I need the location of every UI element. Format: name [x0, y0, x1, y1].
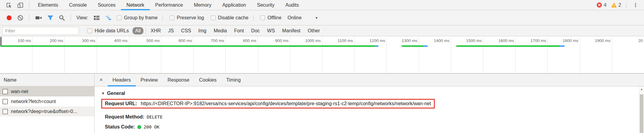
- filter-type-ws[interactable]: WS: [264, 27, 278, 34]
- chevron-down-icon[interactable]: ▼: [315, 16, 318, 20]
- tab-preview[interactable]: Preview: [136, 74, 163, 86]
- tab-elements[interactable]: Elements: [32, 0, 64, 10]
- network-filter-bar: Hide data URLs All XHR JS CSS Img Media …: [0, 25, 644, 36]
- warning-icon: [611, 2, 617, 8]
- error-icon: [596, 2, 602, 8]
- filter-type-js[interactable]: JS: [166, 27, 177, 34]
- divider: [163, 15, 163, 21]
- network-overview-bar-tip: [559, 45, 565, 47]
- hide-data-urls-checkbox[interactable]: [87, 28, 92, 33]
- devtools-window: Elements Console Sources Network Perform…: [0, 0, 644, 133]
- record-button[interactable]: [7, 15, 12, 20]
- group-by-frame-checkbox[interactable]: [117, 15, 122, 20]
- filter-input[interactable]: [2, 27, 79, 35]
- tab-cookies[interactable]: Cookies: [194, 74, 222, 86]
- request-row-wan-net[interactable]: wan-net: [0, 86, 94, 96]
- filter-type-all[interactable]: All: [132, 27, 143, 34]
- network-bottom-split: Name wan-net network?fetch=count network…: [0, 73, 644, 133]
- network-overview-bar: [1, 45, 378, 47]
- network-overview-bar: [402, 45, 428, 47]
- tab-application[interactable]: Application: [217, 0, 251, 10]
- row-checkbox[interactable]: [2, 99, 8, 104]
- tab-performance[interactable]: Performance: [150, 0, 189, 10]
- row-checkbox[interactable]: [2, 109, 8, 114]
- tab-headers[interactable]: Headers: [108, 74, 136, 86]
- tab-memory[interactable]: Memory: [188, 0, 217, 10]
- scroll-up-icon[interactable]: ▲: [639, 86, 644, 92]
- timeline-tick-label: 200 ms: [50, 38, 63, 43]
- tab-timing[interactable]: Timing: [221, 74, 245, 86]
- large-rows-icon[interactable]: [91, 15, 103, 21]
- timeline-gridline: [580, 36, 580, 73]
- details-scrollbar[interactable]: ▲: [639, 86, 644, 133]
- search-icon[interactable]: [56, 15, 68, 21]
- timeline-tick-label: 20: [638, 38, 643, 43]
- timeline-gridline: [419, 36, 419, 73]
- tab-audits[interactable]: Audits: [280, 0, 304, 10]
- tabbar-right: 4 2: [596, 2, 644, 8]
- inspect-element-icon[interactable]: [3, 2, 15, 8]
- status-code-line: Status Code: 200 OK: [101, 124, 644, 130]
- timeline-tick-label: 500 ms: [146, 38, 160, 43]
- divider: [29, 2, 29, 8]
- request-name: network?deep=true&offset=0...: [11, 109, 77, 114]
- timeline-gridline: [32, 36, 32, 73]
- filter-type-other[interactable]: Other: [305, 27, 323, 34]
- timeline-gridline: [322, 36, 322, 73]
- group-by-frame-label: Group by frame: [124, 15, 158, 21]
- filter-type-manifest[interactable]: Manifest: [280, 27, 303, 34]
- filter-type-media[interactable]: Media: [211, 27, 230, 34]
- timeline-tick-label: 900 ms: [275, 38, 289, 43]
- timeline-tick-label: 1900 ms: [595, 38, 611, 43]
- general-section-header[interactable]: ▼ General: [101, 91, 644, 96]
- scrollbar-thumb[interactable]: [640, 94, 643, 133]
- status-code-value: 200 OK: [144, 125, 159, 129]
- timeline-tick-label: 800 ms: [243, 38, 256, 43]
- filter-type-css[interactable]: CSS: [178, 27, 194, 34]
- show-overview-icon[interactable]: [103, 15, 115, 21]
- timeline-gridline: [225, 36, 226, 73]
- warning-count-badge[interactable]: 2: [611, 2, 621, 8]
- divider: [626, 2, 626, 8]
- disable-cache-checkbox[interactable]: [211, 15, 216, 20]
- timeline-gridline: [129, 36, 129, 73]
- tab-sources[interactable]: Sources: [92, 0, 121, 10]
- tab-security[interactable]: Security: [251, 0, 280, 10]
- throttling-select[interactable]: Online: [287, 15, 301, 21]
- timeline-tick-label: 1500 ms: [466, 38, 482, 43]
- device-toolbar-icon[interactable]: [15, 2, 26, 8]
- timeline-band[interactable]: 100 ms200 ms300 ms400 ms500 ms600 ms700 …: [0, 36, 644, 73]
- offline-checkbox[interactable]: [260, 15, 265, 20]
- filter-funnel-icon[interactable]: [45, 15, 56, 21]
- error-count-badge[interactable]: 4: [596, 2, 606, 8]
- devtools-tabbar: Elements Console Sources Network Perform…: [0, 0, 644, 10]
- clear-icon[interactable]: [15, 15, 26, 21]
- tab-console[interactable]: Console: [64, 0, 92, 10]
- request-method-value: DELETE: [147, 115, 163, 119]
- timeline-tick-label: 1700 ms: [531, 38, 546, 43]
- hide-data-urls-label: Hide data URLs: [95, 28, 129, 34]
- request-row-fetch-count[interactable]: network?fetch=count: [0, 96, 94, 106]
- filter-type-xhr[interactable]: XHR: [148, 27, 164, 34]
- triangle-down-icon: ▼: [101, 91, 105, 96]
- tab-network[interactable]: Network: [121, 0, 150, 10]
- devtools-menu-icon[interactable]: [631, 2, 640, 8]
- timeline-tick-label: 1000 ms: [305, 38, 321, 43]
- timeline-gridline: [97, 36, 97, 73]
- timeline-tick-label: 700 ms: [211, 38, 224, 43]
- timeline-tick-label: 400 ms: [114, 38, 128, 43]
- timeline-gridline: [515, 36, 515, 73]
- row-checkbox[interactable]: [2, 89, 8, 94]
- filter-type-img[interactable]: Img: [196, 27, 209, 34]
- request-row-deep-offset[interactable]: network?deep=true&offset=0...: [0, 106, 94, 116]
- tab-response[interactable]: Response: [163, 74, 194, 86]
- close-icon[interactable]: ×: [95, 76, 108, 84]
- request-method-label: Request Method:: [105, 114, 144, 120]
- screenshot-capture-icon[interactable]: [32, 15, 45, 21]
- name-column-header[interactable]: Name: [0, 74, 94, 86]
- preserve-log-checkbox[interactable]: [169, 15, 174, 20]
- request-name: wan-net: [11, 89, 28, 94]
- filter-type-font[interactable]: Font: [231, 27, 247, 34]
- details-tabbar: × Headers Preview Response Cookies Timin…: [95, 74, 644, 86]
- filter-type-doc[interactable]: Doc: [248, 27, 262, 34]
